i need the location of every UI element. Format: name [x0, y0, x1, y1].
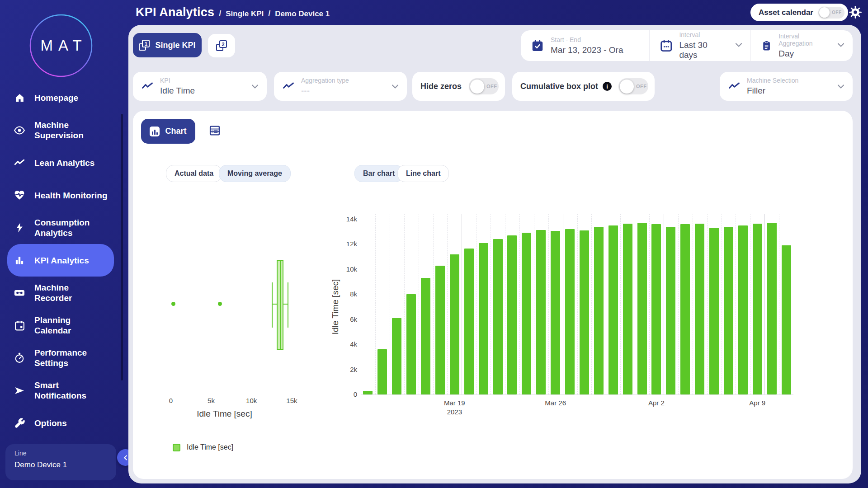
bar-x-tick: Apr 2 — [648, 399, 665, 407]
gridline — [390, 214, 390, 394]
chip-bar-chart[interactable]: Bar chart — [354, 165, 403, 182]
sidebar-item-label: Health Monitoring — [34, 190, 107, 201]
bar-apr-10[interactable] — [767, 223, 777, 394]
wrench-icon — [14, 418, 25, 429]
bar-y-tick: 14k — [340, 215, 357, 223]
bar-mar-20[interactable] — [464, 249, 474, 394]
machine-selection-value: Filler — [747, 86, 829, 96]
bar-apr-5[interactable] — [695, 224, 704, 394]
sidebar-item-homepage[interactable]: Homepage — [7, 81, 114, 114]
kpi-dropdown[interactable]: KPI Idle Time — [133, 72, 267, 101]
info-icon[interactable]: i — [603, 82, 612, 91]
aggregation-type-dropdown[interactable]: Aggregation type --- — [274, 72, 407, 101]
hide-zeros-switch[interactable]: OFF — [469, 78, 499, 94]
sidebar-item-options[interactable]: Options — [7, 407, 114, 439]
toggle-off-label: OFF — [832, 10, 842, 15]
machine-selection-dropdown[interactable]: Machine Selection Filler — [720, 72, 853, 101]
chart-legend[interactable]: Idle Time [sec] — [173, 443, 233, 451]
bar-apr-7[interactable] — [724, 227, 733, 394]
chip-moving-average[interactable]: Moving average — [219, 165, 291, 182]
bar-mar-28[interactable] — [580, 230, 589, 394]
line-selector-card[interactable]: Line Demo Device 1 — [5, 444, 116, 480]
sidebar-item-consumption-analytics[interactable]: Consumption Analytics — [7, 211, 114, 244]
bar-apr-8[interactable] — [738, 225, 748, 394]
bar-mar-18[interactable] — [435, 266, 445, 394]
multi-kpi-mode-button[interactable]: 2 — [208, 34, 235, 57]
bar-mar-17[interactable] — [421, 278, 430, 394]
bar-mar-13[interactable] — [363, 391, 373, 394]
bar-x-axis-line — [361, 394, 793, 395]
bar-mar-19[interactable] — [450, 254, 459, 394]
bar-mar-30[interactable] — [609, 225, 618, 394]
gridline — [620, 214, 621, 394]
bar-mar-14[interactable] — [377, 349, 387, 394]
bar-apr-2[interactable] — [651, 224, 661, 394]
bar-apr-11[interactable] — [782, 245, 791, 394]
bar-apr-3[interactable] — [666, 227, 675, 394]
toggle-off-label: OFF — [486, 84, 497, 89]
sidebar-item-machine-supervision[interactable]: Machine Supervision — [7, 114, 114, 146]
sidebar-item-label: Homepage — [34, 93, 78, 103]
breadcrumb-single-kpi[interactable]: Single KPI — [226, 9, 264, 19]
machine-selection-label: Machine Selection — [747, 77, 829, 84]
chevron-down-icon — [250, 81, 260, 92]
asset-calendar-label: Asset calendar — [759, 8, 813, 17]
bar-mar-16[interactable] — [406, 294, 416, 394]
asset-calendar-switch[interactable]: OFF — [818, 7, 844, 19]
cumulative-box-plot-switch[interactable]: OFF — [618, 78, 648, 94]
sidebar-item-label: Consumption Analytics — [34, 217, 108, 238]
gridline — [534, 214, 534, 394]
bar-mar-23[interactable] — [507, 235, 517, 394]
bar-mar-21[interactable] — [479, 243, 488, 394]
cumulative-box-plot-toggle-card[interactable]: Cumulative box plot i OFF — [512, 72, 655, 101]
sidebar-item-health-monitoring[interactable]: Health Monitoring — [7, 179, 114, 211]
bar-mar-26[interactable] — [551, 231, 560, 394]
boxplot-outlier-dot[interactable] — [171, 302, 175, 306]
home-icon — [14, 92, 25, 103]
start-end-value: Mar 13, 2023 - Ora — [551, 45, 623, 55]
bar-mar-31[interactable] — [623, 224, 632, 394]
gridline — [548, 214, 549, 394]
bar-mar-22[interactable] — [493, 239, 503, 394]
interval-aggregation-field[interactable]: Interval Aggregation Day — [750, 30, 853, 61]
sidebar-item-smart-notifications[interactable]: Smart Notifications — [7, 374, 114, 407]
asset-calendar-toggle-pill[interactable]: Asset calendar OFF — [750, 4, 848, 21]
page-title: KPI Analytics — [136, 5, 214, 19]
sidebar-item-kpi-analytics[interactable]: KPI Analytics — [7, 244, 114, 277]
bar-mar-27[interactable] — [565, 229, 575, 394]
toggle-knob — [470, 80, 484, 94]
table-view-button[interactable] — [208, 124, 222, 138]
boxplot-outlier-dot[interactable] — [218, 302, 222, 306]
sidebar-item-machine-recorder[interactable]: Machine Recorder — [7, 277, 114, 309]
bar-apr-9[interactable] — [753, 224, 762, 394]
chart-view-button[interactable]: Chart — [141, 119, 195, 144]
sidebar-item-lean-analytics[interactable]: Lean Analytics — [7, 146, 114, 179]
single-kpi-label: Single KPI — [155, 41, 195, 50]
bar-apr-1[interactable] — [637, 223, 647, 394]
sidebar-scrollbar[interactable] — [121, 114, 123, 380]
toggle-off-label: OFF — [636, 84, 647, 89]
chip-line-chart[interactable]: Line chart — [397, 165, 449, 182]
sidebar-item-performance-settings[interactable]: Performance Settings — [7, 342, 114, 374]
cumulative-box-plot-label: Cumulative box plot — [520, 82, 598, 91]
sidebar-item-label: Smart Notifications — [34, 380, 108, 401]
breadcrumb-device[interactable]: Demo Device 1 — [275, 9, 330, 19]
bar-mar-29[interactable] — [594, 227, 604, 394]
bar-mar-24[interactable] — [522, 233, 531, 394]
toggle-knob — [819, 7, 830, 18]
settings-gear-icon[interactable] — [848, 5, 863, 19]
gridline — [591, 214, 592, 394]
chip-actual-data[interactable]: Actual data — [166, 165, 222, 182]
bar-x-tick: Mar 19 — [444, 399, 465, 407]
sidebar-nav: HomepageMachine SupervisionLean Analytic… — [7, 81, 114, 439]
bar-mar-15[interactable] — [392, 318, 401, 394]
bar-apr-6[interactable] — [709, 228, 719, 394]
bar-apr-4[interactable] — [680, 224, 690, 394]
trend-line-icon — [728, 80, 741, 93]
interval-field[interactable]: Interval Last 30 days — [649, 30, 750, 61]
bar-mar-25[interactable] — [536, 230, 546, 394]
start-end-field[interactable]: Start - End Mar 13, 2023 - Ora — [521, 30, 649, 61]
sidebar-item-planning-calendar[interactable]: Planning Calendar — [7, 309, 114, 342]
hide-zeros-toggle-card[interactable]: Hide zeros OFF — [412, 72, 505, 101]
single-kpi-mode-button[interactable]: 1 Single KPI — [133, 33, 202, 57]
